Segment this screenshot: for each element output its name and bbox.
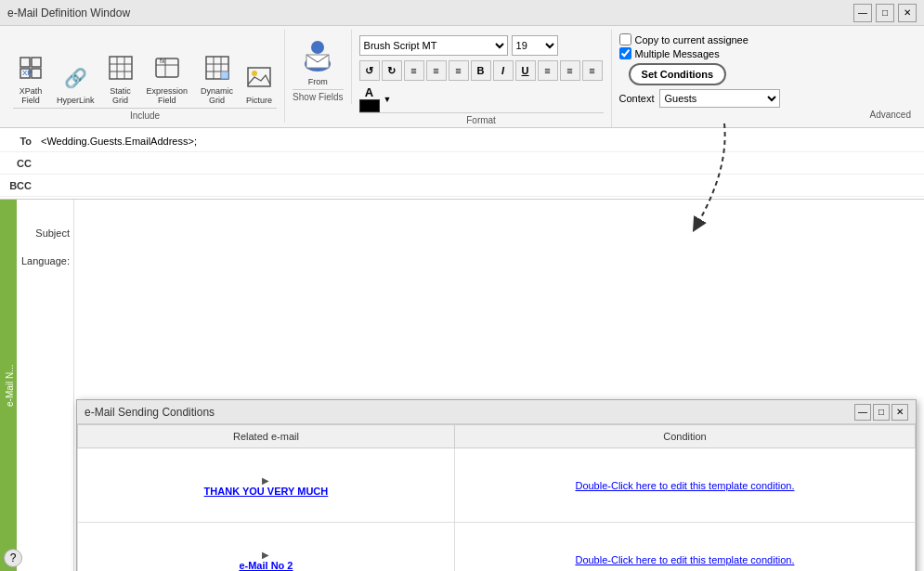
- dynamic-grid-button[interactable]: DynamicGrid: [196, 52, 238, 108]
- expression-icon: fx: [154, 55, 180, 84]
- show-fields-group: From Show Fields: [285, 30, 351, 104]
- format-label: Format: [359, 112, 604, 125]
- table-row: ▶ THANK YOU VERY MUCH Double-Click here …: [78, 448, 916, 523]
- from-icon: [303, 38, 332, 75]
- email-tab[interactable]: e-Mail N...: [0, 200, 17, 571]
- italic-button[interactable]: I: [493, 60, 514, 81]
- bold-button[interactable]: B: [471, 60, 491, 81]
- svg-rect-6: [110, 57, 132, 79]
- include-group: XP XPathField 🔗 HyperLink: [6, 30, 285, 123]
- expand-cell-1: ▶ THANK YOU VERY MUCH: [78, 448, 455, 523]
- show-fields-label: Show Fields: [293, 89, 343, 102]
- align-center-button[interactable]: ≡: [426, 60, 447, 81]
- to-input[interactable]: [37, 130, 924, 151]
- multiple-messages-label: Multiple Messages: [619, 47, 911, 59]
- bcc-input[interactable]: [37, 175, 924, 196]
- context-label: Context: [619, 93, 655, 104]
- set-conditions-button[interactable]: Set Conditions: [629, 63, 727, 85]
- multiple-messages-checkbox[interactable]: [619, 47, 631, 59]
- modal-controls: — □ ✕: [854, 404, 908, 421]
- dynamic-grid-icon: [204, 55, 230, 84]
- modal-minimize-button[interactable]: —: [854, 404, 871, 421]
- static-grid-icon: [108, 55, 134, 84]
- font-row: Brush Script MT 19: [359, 35, 604, 56]
- email-link-2[interactable]: e-Mail No 2: [85, 560, 447, 571]
- bcc-row: BCC: [0, 175, 924, 197]
- dynamic-grid-label: DynamicGrid: [201, 86, 233, 105]
- subject-label: Subject: [20, 227, 70, 239]
- underline-button[interactable]: U: [515, 60, 536, 81]
- cc-label: CC: [0, 158, 37, 169]
- expression-field-button[interactable]: fx ExpressionField: [142, 52, 193, 108]
- svg-rect-0: [20, 58, 30, 67]
- text-color-block: [359, 99, 380, 112]
- outdent-button[interactable]: ≡: [582, 60, 603, 81]
- cc-row: CC: [0, 152, 924, 175]
- picture-button[interactable]: Picture: [241, 61, 277, 108]
- undo-button[interactable]: ↺: [359, 60, 380, 81]
- advanced-label: Advanced: [870, 110, 911, 120]
- svg-point-23: [311, 41, 324, 54]
- font-select[interactable]: Brush Script MT: [359, 35, 508, 56]
- condition-link-2[interactable]: Double-Click here to edit this template …: [462, 554, 907, 565]
- align-left-button[interactable]: ≡: [404, 60, 424, 81]
- sidebar-labels: Subject Language:: [17, 200, 73, 571]
- minimize-button[interactable]: —: [853, 4, 872, 22]
- picture-icon: [246, 64, 272, 94]
- indent-button[interactable]: ≡: [560, 60, 580, 81]
- context-select[interactable]: Guests Weddings: [659, 89, 780, 108]
- to-row: To: [0, 130, 924, 152]
- static-grid-button[interactable]: StaticGrid: [103, 52, 138, 108]
- list-button[interactable]: ≡: [538, 60, 558, 81]
- conditions-table: Related e-mail Condition ▶ THANK YOU VER…: [77, 424, 916, 571]
- svg-text:fx: fx: [160, 58, 165, 64]
- modal-close-button[interactable]: ✕: [891, 404, 908, 421]
- include-items: XP XPathField 🔗 HyperLink: [13, 32, 277, 108]
- multiple-messages-text: Multiple Messages: [635, 48, 720, 59]
- format-buttons-row: ↺ ↻ ≡ ≡ ≡ B I U ≡ ≡ ≡: [359, 60, 604, 81]
- hyperlink-button[interactable]: 🔗 HyperLink: [52, 61, 99, 108]
- bcc-label: BCC: [0, 180, 37, 191]
- format-group: Brush Script MT 19 ↺ ↻ ≡ ≡ ≡ B I U ≡: [352, 30, 612, 127]
- copy-to-current-text: Copy to current assignee: [635, 34, 748, 45]
- font-size-select[interactable]: 19: [512, 35, 558, 56]
- main-layout: e-Mail N... Subject Language: e-Mail Sen…: [0, 200, 924, 571]
- xpath-icon: XP: [18, 55, 44, 84]
- expand-arrow-1[interactable]: ▶: [262, 475, 269, 486]
- xpath-field-button[interactable]: XP XPathField: [13, 52, 48, 108]
- color-dropdown-arrow[interactable]: ▼: [384, 95, 392, 104]
- table-row: ▶ e-Mail No 2 Double-Click here to edit …: [78, 523, 916, 572]
- email-sending-conditions-modal: e-Mail Sending Conditions — □ ✕ Related …: [76, 399, 917, 571]
- advanced-group: Copy to current assignee Multiple Messag…: [612, 30, 918, 123]
- context-row: Context Guests Weddings: [619, 89, 911, 108]
- title-bar: e-Mail Definition Window — □ ✕: [0, 0, 924, 26]
- maximize-button[interactable]: □: [876, 4, 894, 22]
- expand-cell-2: ▶ e-Mail No 2: [78, 523, 455, 572]
- from-button[interactable]: From: [298, 35, 337, 89]
- expression-label: ExpressionField: [147, 86, 189, 105]
- expand-arrow-2[interactable]: ▶: [262, 550, 269, 560]
- email-link-1[interactable]: THANK YOU VERY MUCH: [85, 486, 447, 497]
- redo-button[interactable]: ↻: [382, 60, 402, 81]
- picture-label: Picture: [246, 96, 272, 105]
- copy-to-current-label: Copy to current assignee: [619, 33, 911, 45]
- email-fields: To CC BCC: [0, 128, 924, 200]
- svg-point-22: [252, 71, 257, 76]
- xpath-label: XPathField: [20, 86, 43, 105]
- language-label: Language:: [20, 255, 70, 266]
- help-button[interactable]: ?: [4, 549, 22, 567]
- condition-cell-1: Double-Click here to edit this template …: [454, 448, 915, 523]
- condition-link-1[interactable]: Double-Click here to edit this template …: [462, 480, 907, 491]
- include-label: Include: [13, 108, 277, 121]
- modal-maximize-button[interactable]: □: [873, 404, 890, 421]
- color-row: A ▼: [359, 85, 604, 112]
- align-right-button[interactable]: ≡: [449, 60, 469, 81]
- close-button[interactable]: ✕: [898, 4, 917, 22]
- copy-to-current-checkbox[interactable]: [619, 33, 631, 45]
- cc-input[interactable]: [37, 152, 924, 174]
- static-grid-label: StaticGrid: [110, 86, 131, 105]
- title-bar-controls: — □ ✕: [853, 4, 917, 22]
- svg-text:XP: XP: [22, 69, 33, 77]
- svg-text:🔗: 🔗: [64, 67, 87, 89]
- svg-rect-4: [32, 69, 41, 78]
